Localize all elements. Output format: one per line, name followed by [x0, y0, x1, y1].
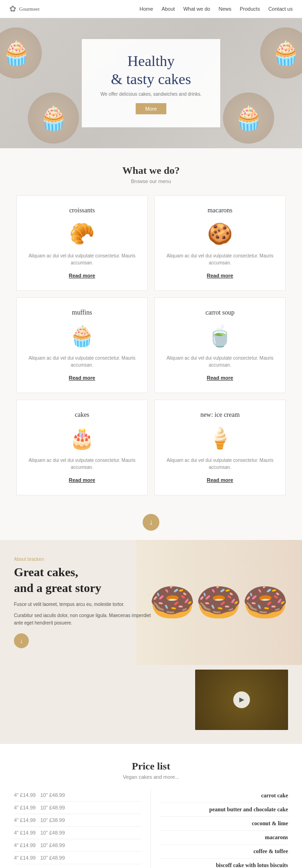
read-more-link[interactable]: Read more	[69, 273, 95, 278]
menu-card-title: croissants	[26, 207, 138, 214]
price-cake-name-3: macarons	[160, 831, 288, 845]
price-title: Price list	[14, 760, 288, 772]
price-cake-name-1: peanut butter and chocolate cake	[160, 803, 288, 817]
price-size1: 4" £14.99	[14, 805, 36, 810]
nav-item-home[interactable]: Home	[139, 6, 153, 12]
read-more-link[interactable]: Read more	[69, 477, 95, 483]
price-size1: 4" £14.99	[14, 817, 36, 823]
logo-icon: ✿	[9, 4, 16, 14]
price-table: 4" £14.9910" £48.994" £14.9910" £48.994"…	[14, 789, 288, 868]
nav-item-about[interactable]: About	[162, 6, 175, 12]
price-cake-name-2: coconut & lime	[160, 817, 288, 831]
about-text2: Curabitur sed iaculis dolor, non congue …	[14, 612, 152, 627]
menu-card-icon-cakes: 🎂	[26, 426, 138, 450]
read-more-link[interactable]: Read more	[207, 375, 233, 381]
price-size2: 10" £48.99	[40, 855, 65, 861]
scroll-down-button[interactable]: ↓	[143, 514, 159, 531]
price-size1: 4" £14.99	[14, 842, 36, 848]
hero-title: Healthy & tasty cakes	[100, 52, 202, 88]
about-title: Great cakes, and a great story	[14, 565, 152, 596]
price-row-1: 4" £14.9910" £48.99	[14, 802, 141, 814]
menu-card-icon-croissants: 🥐	[26, 222, 138, 246]
nav-item-what-we-do[interactable]: What we do	[183, 6, 210, 12]
menu-card-carrot-soup: carrot soup 🍵 Aliquam ac dui vel dui vul…	[154, 297, 286, 393]
menu-card-icon-carrot-soup: 🍵	[164, 324, 276, 348]
menu-card-icon-ice-cream: 🍦	[164, 426, 276, 450]
hero-title-line1: Healthy	[127, 53, 174, 69]
menu-card-title: new: ice cream	[164, 411, 276, 419]
menu-card-desc: Aliquam ac dui vel dui vulputate consect…	[164, 252, 276, 266]
menu-card-title: macarons	[164, 207, 276, 214]
price-row-4: 4" £14.9910" £48.99	[14, 839, 141, 852]
hero-subtitle: We offer delicious cakes, sandwiches and…	[100, 92, 202, 97]
about-scroll-button[interactable]: ↓	[14, 633, 29, 648]
hero-card: Healthy & tasty cakes We offer delicious…	[82, 39, 220, 127]
about-text1: Fusce ut velit laoreet, tempus arcu eu, …	[14, 601, 152, 608]
hero-cupcake-left2: 🧁	[28, 92, 79, 144]
menu-card-icon-macarons: 🍪	[164, 222, 276, 246]
price-size1: 4" £14.99	[14, 792, 36, 798]
scroll-down-wrapper: ↓	[0, 505, 302, 540]
price-subtitle: Vegan cakes and more...	[14, 774, 288, 780]
about-title-line2: and a great story	[14, 581, 101, 595]
price-cake-name-0: carrot cake	[160, 789, 288, 803]
menu-card-icon-muffins: 🧁	[26, 324, 138, 348]
menu-card-desc: Aliquam ac dui vel dui vulputate consect…	[26, 457, 138, 471]
price-size2: 10" £38.99	[40, 817, 65, 823]
menu-card-title: carrot soup	[164, 309, 276, 316]
price-size1: 4" £14.99	[14, 855, 36, 861]
about-content: About bracken Great cakes, and a great s…	[0, 540, 166, 665]
hero-cupcake-right2: 🧁	[223, 92, 274, 144]
price-left-column: 4" £14.9910" £48.994" £14.9910" £48.994"…	[14, 789, 151, 868]
about-title-line1: Great cakes,	[14, 566, 78, 579]
header: ✿ Gourmeet HomeAboutWhat we doNewsProduc…	[0, 0, 302, 18]
price-section: Price list Vegan cakes and more... 4" £1…	[0, 744, 302, 868]
price-cake-name-4: coffee & toffee	[160, 845, 288, 859]
nav-item-contact-us[interactable]: Contact us	[268, 6, 293, 12]
price-size2: 10" £48.99	[40, 792, 65, 798]
main-nav: HomeAboutWhat we doNewsProductsContact u…	[139, 6, 293, 12]
hero-section: 🧁 🧁 🧁 🧁 Healthy & tasty cakes We offer d…	[0, 18, 302, 148]
menu-card-macarons: macarons 🍪 Aliquam ac dui vel dui vulput…	[154, 195, 286, 291]
menu-card-desc: Aliquam ac dui vel dui vulputate consect…	[26, 355, 138, 368]
price-row-5: 4" £14.9910" £48.99	[14, 852, 141, 864]
logo-text: Gourmeet	[19, 6, 39, 12]
price-size1: 4" £14.99	[14, 830, 36, 835]
video-play-button[interactable]: ▶	[233, 691, 250, 708]
menu-card-title: cakes	[26, 411, 138, 419]
price-row-3: 4" £14.9910" £48.99	[14, 827, 141, 839]
what-we-do-section: What we do? Browse our menu croissants 🥐…	[0, 148, 302, 505]
price-size2: 10" £48.99	[40, 830, 65, 835]
about-label: About bracken	[14, 557, 152, 562]
video-thumbnail[interactable]: ▶	[195, 670, 288, 730]
menu-grid: croissants 🥐 Aliquam ac dui vel dui vulp…	[16, 195, 286, 495]
what-we-do-title: What we do?	[9, 164, 293, 177]
video-section: ▶	[0, 665, 302, 744]
menu-card-desc: Aliquam ac dui vel dui vulputate consect…	[164, 457, 276, 471]
menu-card-desc: Aliquam ac dui vel dui vulputate consect…	[26, 252, 138, 266]
menu-card-croissants: croissants 🥐 Aliquam ac dui vel dui vulp…	[16, 195, 148, 291]
price-right-column: carrot cakepeanut butter and chocolate c…	[151, 789, 288, 868]
menu-card-title: muffins	[26, 309, 138, 316]
menu-card-cakes: cakes 🎂 Aliquam ac dui vel dui vulputate…	[16, 400, 148, 495]
price-row-0: 4" £14.9910" £48.99	[14, 789, 141, 802]
price-row-2: 4" £14.9910" £38.99	[14, 814, 141, 827]
price-cake-name-5: biscoff cake with lotus biscuits	[160, 859, 288, 868]
read-more-link[interactable]: Read more	[207, 477, 233, 483]
about-section: 🍩🍩🍩 About bracken Great cakes, and a gre…	[0, 540, 302, 665]
read-more-link[interactable]: Read more	[69, 375, 95, 381]
menu-card-desc: Aliquam ac dui vel dui vulputate consect…	[164, 355, 276, 368]
hero-button[interactable]: More	[136, 103, 166, 114]
price-size2: 10" £48.99	[40, 842, 65, 848]
price-size2: 10" £48.99	[40, 805, 65, 810]
nav-item-products[interactable]: Products	[240, 6, 260, 12]
logo: ✿ Gourmeet	[9, 4, 39, 14]
what-we-do-subtitle: Browse our menu	[9, 178, 293, 184]
hero-title-line2: & tasty cakes	[111, 71, 191, 87]
menu-card-muffins: muffins 🧁 Aliquam ac dui vel dui vulputa…	[16, 297, 148, 393]
menu-card-ice-cream: new: ice cream 🍦 Aliquam ac dui vel dui …	[154, 400, 286, 495]
read-more-link[interactable]: Read more	[207, 273, 233, 278]
nav-item-news[interactable]: News	[218, 6, 231, 12]
